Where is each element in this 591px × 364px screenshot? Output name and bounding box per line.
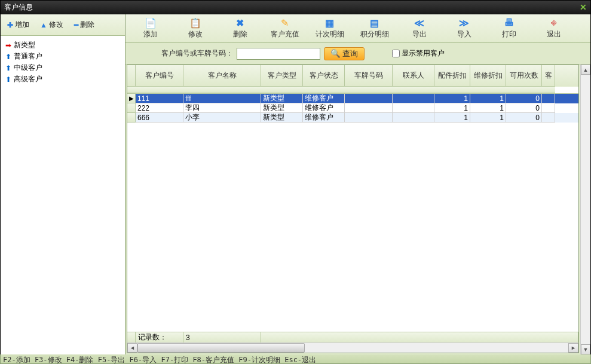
row-indicator — [127, 103, 136, 113]
points-detail-icon: ▤ — [369, 17, 380, 28]
export-button[interactable]: ≪导出 — [397, 16, 442, 42]
count-detail-icon: ▦ — [324, 17, 335, 28]
cell: 新类型 — [261, 103, 303, 113]
cell — [345, 103, 393, 113]
cell — [393, 103, 434, 113]
column-header[interactable]: 配件折扣 — [434, 65, 470, 87]
up-triangle-icon: ▲ — [40, 21, 47, 29]
recharge-button[interactable]: ✎客户充值 — [262, 16, 307, 42]
horizontal-scrollbar[interactable]: ◄ ► — [127, 342, 578, 353]
column-header[interactable]: 客户类型 — [261, 65, 303, 87]
grid-body: ▶111fff新类型维修客户110222李四新类型维修客户110666小李新类型… — [127, 94, 578, 332]
scroll-thumb[interactable] — [137, 343, 305, 353]
arrow-up-icon: ⬆ — [5, 53, 11, 61]
exit-button[interactable]: ⎆退出 — [531, 16, 576, 42]
cell: 0 — [506, 94, 542, 103]
grid-footer: 记录数： 3 — [127, 332, 578, 342]
cell: 666 — [136, 113, 183, 123]
import-label: 导入 — [457, 29, 471, 39]
titlebar: 客户信息 ✕ — [0, 0, 591, 14]
cell: 1 — [434, 94, 470, 103]
sidebar-add-button[interactable]: ✚ 增加 — [4, 18, 32, 32]
tree-item-label: 新类型 — [14, 40, 35, 50]
cell: 维修客户 — [303, 94, 345, 103]
points-detail-label: 积分明细 — [360, 29, 389, 39]
table-row[interactable]: ▶111fff新类型维修客户110 — [127, 94, 578, 103]
points-detail-button[interactable]: ▤积分明细 — [352, 16, 397, 42]
recharge-label: 客户充值 — [271, 29, 299, 39]
tree-item-label: 普通客户 — [14, 51, 42, 62]
column-header[interactable]: 客 — [542, 65, 555, 87]
scroll-down-icon[interactable]: ▼ — [581, 344, 590, 354]
cell: fff — [183, 94, 261, 103]
column-header[interactable]: 维修折扣 — [470, 65, 506, 87]
scroll-left-icon[interactable]: ◄ — [127, 343, 137, 353]
data-grid: 客户编号客户名称客户类型客户状态车牌号码联系人配件折扣维修折扣可用次数客 ▶11… — [127, 65, 579, 353]
export-icon: ≪ — [414, 17, 425, 28]
arrow-up-icon: ⬆ — [5, 64, 11, 72]
edit-button[interactable]: 📋修改 — [173, 16, 218, 42]
plus-icon: ✚ — [7, 21, 13, 29]
export-label: 导出 — [412, 29, 427, 39]
column-header[interactable]: 客户编号 — [136, 65, 183, 87]
tree-item-2[interactable]: ⬆中级客户 — [3, 62, 123, 74]
tree-item-label: 中级客户 — [14, 63, 42, 73]
delete-icon: ✖ — [235, 17, 246, 28]
scroll-up-icon[interactable]: ▲ — [581, 65, 590, 75]
tree-item-3[interactable]: ⬆高级客户 — [3, 74, 123, 85]
row-indicator: ▶ — [127, 94, 136, 103]
column-header[interactable]: 联系人 — [393, 65, 434, 87]
show-disabled-checkbox[interactable]: 显示禁用客户 — [392, 48, 445, 59]
exit-icon: ⎆ — [549, 17, 559, 28]
column-header[interactable]: 可用次数 — [506, 65, 542, 87]
sidebar-delete-button[interactable]: ━ 删除 — [71, 18, 97, 32]
column-header[interactable]: 车牌号码 — [345, 65, 393, 87]
main-panel: 📄添加📋修改✖删除✎客户充值▦计次明细▤积分明细≪导出≫导入🖶打印⎆退出 客户编… — [125, 14, 590, 354]
delete-button[interactable]: ✖删除 — [218, 16, 262, 42]
tree-item-0[interactable]: ➡新类型 — [3, 39, 123, 51]
table-row[interactable]: 222李四新类型维修客户110 — [127, 103, 578, 113]
cell: 1 — [470, 94, 506, 103]
cell: 1 — [434, 103, 470, 113]
cell: 111 — [136, 94, 183, 103]
add-icon: 📄 — [145, 17, 156, 28]
cell: 维修客户 — [303, 113, 345, 123]
print-icon: 🖶 — [504, 17, 515, 28]
cell: 新类型 — [261, 94, 303, 103]
table-row[interactable]: 666小李新类型维修客户110 — [127, 113, 578, 123]
status-bar: F2-添加 F3-修改 F4-删除 F5-导出 F6-导入 F7-打印 F8-客… — [0, 354, 591, 364]
sidebar: ✚ 增加 ▲ 修改 ━ 删除 ➡新类型⬆普通客户⬆中级客户⬆高级客户 — [1, 14, 125, 354]
edit-label: 修改 — [188, 29, 203, 39]
column-header[interactable]: 客户名称 — [183, 65, 261, 87]
cell: 1 — [434, 113, 470, 123]
import-button[interactable]: ≫导入 — [442, 16, 486, 42]
category-tree: ➡新类型⬆普通客户⬆中级客户⬆高级客户 — [1, 36, 125, 354]
cell: 1 — [470, 113, 506, 123]
cell — [345, 113, 393, 123]
cell — [345, 94, 393, 103]
cell: 0 — [506, 103, 542, 113]
edit-icon: 📋 — [190, 17, 201, 28]
search-input[interactable] — [237, 48, 320, 60]
search-button[interactable]: 🔍 查询 — [324, 47, 365, 60]
scroll-right-icon[interactable]: ► — [568, 343, 578, 353]
cell: 222 — [136, 103, 183, 113]
add-button[interactable]: 📄添加 — [128, 16, 173, 42]
vertical-scrollbar[interactable]: ▲ ▼ — [580, 65, 590, 354]
tree-item-1[interactable]: ⬆普通客户 — [3, 51, 123, 62]
column-header[interactable]: 客户状态 — [303, 65, 345, 87]
search-bar: 客户编号或车牌号码： 🔍 查询 显示禁用客户 — [125, 43, 590, 65]
arrow-up-icon: ⬆ — [5, 75, 11, 84]
minus-icon: ━ — [74, 21, 78, 29]
cell: 新类型 — [261, 113, 303, 123]
print-label: 打印 — [502, 29, 516, 39]
print-button[interactable]: 🖶打印 — [486, 16, 531, 42]
grid-header: 客户编号客户名称客户类型客户状态车牌号码联系人配件折扣维修折扣可用次数客 — [127, 65, 578, 87]
count-detail-button[interactable]: ▦计次明细 — [307, 16, 352, 42]
sidebar-toolbar: ✚ 增加 ▲ 修改 ━ 删除 — [1, 14, 125, 36]
cell: 0 — [506, 113, 542, 123]
close-icon[interactable]: ✕ — [580, 2, 587, 12]
delete-label: 删除 — [233, 29, 247, 39]
cell: 维修客户 — [303, 103, 345, 113]
sidebar-edit-button[interactable]: ▲ 修改 — [37, 18, 66, 32]
